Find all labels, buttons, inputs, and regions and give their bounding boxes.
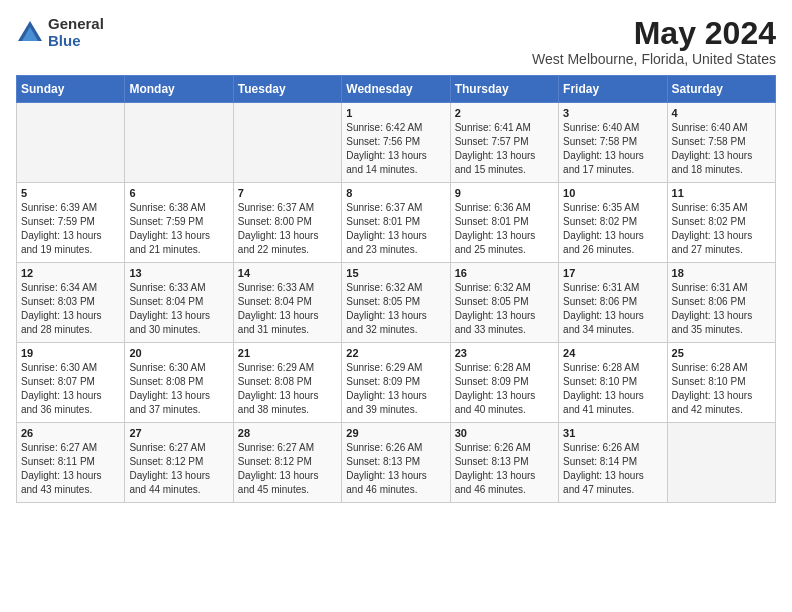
day-cell-19: 19Sunrise: 6:30 AM Sunset: 8:07 PM Dayli… bbox=[17, 343, 125, 423]
day-cell-3: 3Sunrise: 6:40 AM Sunset: 7:58 PM Daylig… bbox=[559, 103, 667, 183]
day-info: Sunrise: 6:26 AM Sunset: 8:14 PM Dayligh… bbox=[563, 441, 662, 497]
header-day-wednesday: Wednesday bbox=[342, 76, 450, 103]
day-info: Sunrise: 6:41 AM Sunset: 7:57 PM Dayligh… bbox=[455, 121, 554, 177]
day-info: Sunrise: 6:29 AM Sunset: 8:08 PM Dayligh… bbox=[238, 361, 337, 417]
day-number: 3 bbox=[563, 107, 662, 119]
day-number: 7 bbox=[238, 187, 337, 199]
day-cell-22: 22Sunrise: 6:29 AM Sunset: 8:09 PM Dayli… bbox=[342, 343, 450, 423]
day-info: Sunrise: 6:32 AM Sunset: 8:05 PM Dayligh… bbox=[455, 281, 554, 337]
day-cell-30: 30Sunrise: 6:26 AM Sunset: 8:13 PM Dayli… bbox=[450, 423, 558, 503]
logo-general: General bbox=[48, 16, 104, 33]
day-number: 14 bbox=[238, 267, 337, 279]
day-cell-9: 9Sunrise: 6:36 AM Sunset: 8:01 PM Daylig… bbox=[450, 183, 558, 263]
day-cell-31: 31Sunrise: 6:26 AM Sunset: 8:14 PM Dayli… bbox=[559, 423, 667, 503]
day-number: 13 bbox=[129, 267, 228, 279]
day-info: Sunrise: 6:28 AM Sunset: 8:09 PM Dayligh… bbox=[455, 361, 554, 417]
day-number: 31 bbox=[563, 427, 662, 439]
day-number: 9 bbox=[455, 187, 554, 199]
day-info: Sunrise: 6:28 AM Sunset: 8:10 PM Dayligh… bbox=[672, 361, 771, 417]
day-cell-17: 17Sunrise: 6:31 AM Sunset: 8:06 PM Dayli… bbox=[559, 263, 667, 343]
day-info: Sunrise: 6:36 AM Sunset: 8:01 PM Dayligh… bbox=[455, 201, 554, 257]
calendar-header: SundayMondayTuesdayWednesdayThursdayFrid… bbox=[17, 76, 776, 103]
day-info: Sunrise: 6:26 AM Sunset: 8:13 PM Dayligh… bbox=[346, 441, 445, 497]
day-cell-10: 10Sunrise: 6:35 AM Sunset: 8:02 PM Dayli… bbox=[559, 183, 667, 263]
day-info: Sunrise: 6:42 AM Sunset: 7:56 PM Dayligh… bbox=[346, 121, 445, 177]
day-cell-12: 12Sunrise: 6:34 AM Sunset: 8:03 PM Dayli… bbox=[17, 263, 125, 343]
day-number: 16 bbox=[455, 267, 554, 279]
day-cell-1: 1Sunrise: 6:42 AM Sunset: 7:56 PM Daylig… bbox=[342, 103, 450, 183]
day-number: 27 bbox=[129, 427, 228, 439]
week-row-4: 26Sunrise: 6:27 AM Sunset: 8:11 PM Dayli… bbox=[17, 423, 776, 503]
day-cell-21: 21Sunrise: 6:29 AM Sunset: 8:08 PM Dayli… bbox=[233, 343, 341, 423]
day-info: Sunrise: 6:33 AM Sunset: 8:04 PM Dayligh… bbox=[129, 281, 228, 337]
day-info: Sunrise: 6:37 AM Sunset: 8:01 PM Dayligh… bbox=[346, 201, 445, 257]
day-cell-7: 7Sunrise: 6:37 AM Sunset: 8:00 PM Daylig… bbox=[233, 183, 341, 263]
empty-cell bbox=[233, 103, 341, 183]
header-day-friday: Friday bbox=[559, 76, 667, 103]
logo-text: General Blue bbox=[48, 16, 104, 49]
title-block: May 2024 West Melbourne, Florida, United… bbox=[532, 16, 776, 67]
month-title: May 2024 bbox=[532, 16, 776, 51]
day-cell-16: 16Sunrise: 6:32 AM Sunset: 8:05 PM Dayli… bbox=[450, 263, 558, 343]
day-info: Sunrise: 6:38 AM Sunset: 7:59 PM Dayligh… bbox=[129, 201, 228, 257]
day-info: Sunrise: 6:40 AM Sunset: 7:58 PM Dayligh… bbox=[672, 121, 771, 177]
week-row-2: 12Sunrise: 6:34 AM Sunset: 8:03 PM Dayli… bbox=[17, 263, 776, 343]
day-cell-13: 13Sunrise: 6:33 AM Sunset: 8:04 PM Dayli… bbox=[125, 263, 233, 343]
day-number: 5 bbox=[21, 187, 120, 199]
day-cell-25: 25Sunrise: 6:28 AM Sunset: 8:10 PM Dayli… bbox=[667, 343, 775, 423]
header-day-thursday: Thursday bbox=[450, 76, 558, 103]
day-info: Sunrise: 6:34 AM Sunset: 8:03 PM Dayligh… bbox=[21, 281, 120, 337]
day-info: Sunrise: 6:35 AM Sunset: 8:02 PM Dayligh… bbox=[563, 201, 662, 257]
day-number: 15 bbox=[346, 267, 445, 279]
day-number: 28 bbox=[238, 427, 337, 439]
logo: General Blue bbox=[16, 16, 104, 49]
day-number: 1 bbox=[346, 107, 445, 119]
week-row-3: 19Sunrise: 6:30 AM Sunset: 8:07 PM Dayli… bbox=[17, 343, 776, 423]
day-number: 23 bbox=[455, 347, 554, 359]
day-info: Sunrise: 6:31 AM Sunset: 8:06 PM Dayligh… bbox=[672, 281, 771, 337]
day-number: 25 bbox=[672, 347, 771, 359]
empty-cell bbox=[17, 103, 125, 183]
day-info: Sunrise: 6:40 AM Sunset: 7:58 PM Dayligh… bbox=[563, 121, 662, 177]
day-cell-4: 4Sunrise: 6:40 AM Sunset: 7:58 PM Daylig… bbox=[667, 103, 775, 183]
day-info: Sunrise: 6:28 AM Sunset: 8:10 PM Dayligh… bbox=[563, 361, 662, 417]
day-info: Sunrise: 6:35 AM Sunset: 8:02 PM Dayligh… bbox=[672, 201, 771, 257]
day-info: Sunrise: 6:32 AM Sunset: 8:05 PM Dayligh… bbox=[346, 281, 445, 337]
day-info: Sunrise: 6:37 AM Sunset: 8:00 PM Dayligh… bbox=[238, 201, 337, 257]
day-number: 22 bbox=[346, 347, 445, 359]
day-cell-6: 6Sunrise: 6:38 AM Sunset: 7:59 PM Daylig… bbox=[125, 183, 233, 263]
day-cell-5: 5Sunrise: 6:39 AM Sunset: 7:59 PM Daylig… bbox=[17, 183, 125, 263]
day-info: Sunrise: 6:39 AM Sunset: 7:59 PM Dayligh… bbox=[21, 201, 120, 257]
day-cell-20: 20Sunrise: 6:30 AM Sunset: 8:08 PM Dayli… bbox=[125, 343, 233, 423]
day-cell-18: 18Sunrise: 6:31 AM Sunset: 8:06 PM Dayli… bbox=[667, 263, 775, 343]
header-day-tuesday: Tuesday bbox=[233, 76, 341, 103]
day-number: 2 bbox=[455, 107, 554, 119]
day-info: Sunrise: 6:29 AM Sunset: 8:09 PM Dayligh… bbox=[346, 361, 445, 417]
day-number: 12 bbox=[21, 267, 120, 279]
day-info: Sunrise: 6:31 AM Sunset: 8:06 PM Dayligh… bbox=[563, 281, 662, 337]
day-cell-15: 15Sunrise: 6:32 AM Sunset: 8:05 PM Dayli… bbox=[342, 263, 450, 343]
day-number: 6 bbox=[129, 187, 228, 199]
day-cell-27: 27Sunrise: 6:27 AM Sunset: 8:12 PM Dayli… bbox=[125, 423, 233, 503]
day-cell-11: 11Sunrise: 6:35 AM Sunset: 8:02 PM Dayli… bbox=[667, 183, 775, 263]
day-info: Sunrise: 6:27 AM Sunset: 8:12 PM Dayligh… bbox=[129, 441, 228, 497]
calendar-table: SundayMondayTuesdayWednesdayThursdayFrid… bbox=[16, 75, 776, 503]
day-cell-28: 28Sunrise: 6:27 AM Sunset: 8:12 PM Dayli… bbox=[233, 423, 341, 503]
day-number: 4 bbox=[672, 107, 771, 119]
day-cell-14: 14Sunrise: 6:33 AM Sunset: 8:04 PM Dayli… bbox=[233, 263, 341, 343]
header-day-monday: Monday bbox=[125, 76, 233, 103]
day-number: 8 bbox=[346, 187, 445, 199]
week-row-0: 1Sunrise: 6:42 AM Sunset: 7:56 PM Daylig… bbox=[17, 103, 776, 183]
day-number: 11 bbox=[672, 187, 771, 199]
day-cell-29: 29Sunrise: 6:26 AM Sunset: 8:13 PM Dayli… bbox=[342, 423, 450, 503]
calendar-body: 1Sunrise: 6:42 AM Sunset: 7:56 PM Daylig… bbox=[17, 103, 776, 503]
week-row-1: 5Sunrise: 6:39 AM Sunset: 7:59 PM Daylig… bbox=[17, 183, 776, 263]
day-cell-24: 24Sunrise: 6:28 AM Sunset: 8:10 PM Dayli… bbox=[559, 343, 667, 423]
day-number: 20 bbox=[129, 347, 228, 359]
day-number: 30 bbox=[455, 427, 554, 439]
day-number: 17 bbox=[563, 267, 662, 279]
header-row: SundayMondayTuesdayWednesdayThursdayFrid… bbox=[17, 76, 776, 103]
day-info: Sunrise: 6:33 AM Sunset: 8:04 PM Dayligh… bbox=[238, 281, 337, 337]
day-number: 10 bbox=[563, 187, 662, 199]
day-number: 21 bbox=[238, 347, 337, 359]
